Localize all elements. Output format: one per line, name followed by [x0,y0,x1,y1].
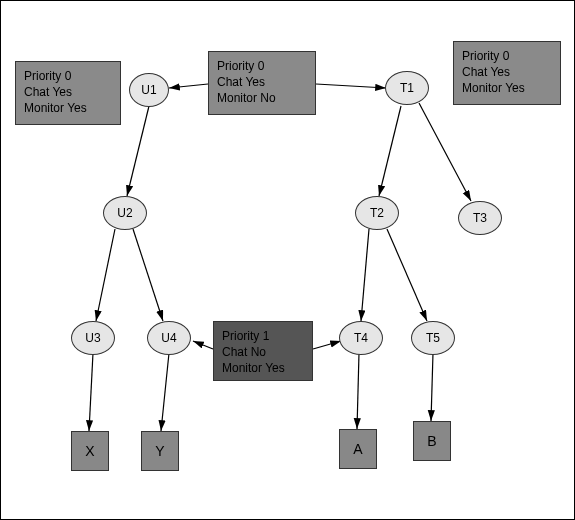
svg-line-12 [387,229,427,321]
info-chat: Chat No [222,344,304,360]
info-box-mid: Priority 1 Chat No Monitor Yes [213,321,313,381]
svg-line-11 [361,229,369,321]
node-t5: T5 [411,321,455,355]
leaf-label: A [353,441,362,457]
info-priority: Priority 0 [24,68,112,84]
info-priority: Priority 1 [222,328,304,344]
info-monitor: Monitor Yes [222,360,304,376]
node-u2: U2 [103,196,147,230]
leaf-x: X [71,431,109,471]
node-label: U3 [85,331,100,345]
info-monitor: Monitor Yes [24,100,112,116]
svg-line-3 [96,229,115,321]
svg-line-9 [379,106,401,196]
info-box-u1: Priority 0 Chat Yes Monitor Yes [15,61,121,125]
node-label: U2 [117,206,132,220]
info-monitor: Monitor No [217,90,307,106]
svg-line-6 [161,353,169,431]
info-priority: Priority 0 [462,48,552,64]
info-priority: Priority 0 [217,58,307,74]
info-box-t1: Priority 0 Chat Yes Monitor Yes [453,41,561,105]
leaf-label: X [85,443,94,459]
node-label: T2 [370,206,384,220]
svg-line-13 [357,353,359,429]
node-label: U4 [161,331,176,345]
svg-line-1 [316,84,386,88]
info-chat: Chat Yes [462,64,552,80]
node-u3: U3 [71,321,115,355]
info-box-center: Priority 0 Chat Yes Monitor No [208,51,316,115]
leaf-label: Y [155,443,164,459]
node-label: T3 [473,211,487,225]
svg-line-4 [133,229,163,321]
svg-line-7 [193,341,213,349]
node-label: T4 [354,331,368,345]
node-label: U1 [141,83,156,97]
node-t4: T4 [339,321,383,355]
node-t2: T2 [355,196,399,230]
node-u4: U4 [147,321,191,355]
svg-line-5 [89,353,93,431]
info-monitor: Monitor Yes [462,80,552,96]
svg-line-10 [419,103,471,201]
leaf-a: A [339,429,377,469]
leaf-y: Y [141,431,179,471]
diagram-canvas: Priority 0 Chat Yes Monitor Yes Priority… [0,0,575,520]
svg-line-14 [431,353,433,421]
info-chat: Chat Yes [24,84,112,100]
node-t3: T3 [458,201,502,235]
svg-line-8 [313,341,341,349]
svg-line-2 [127,106,149,196]
info-chat: Chat Yes [217,74,307,90]
svg-line-0 [169,84,208,88]
node-label: T1 [400,81,414,95]
leaf-label: B [427,433,436,449]
node-u1: U1 [129,73,169,107]
node-t1: T1 [385,71,429,105]
node-label: T5 [426,331,440,345]
leaf-b: B [413,421,451,461]
